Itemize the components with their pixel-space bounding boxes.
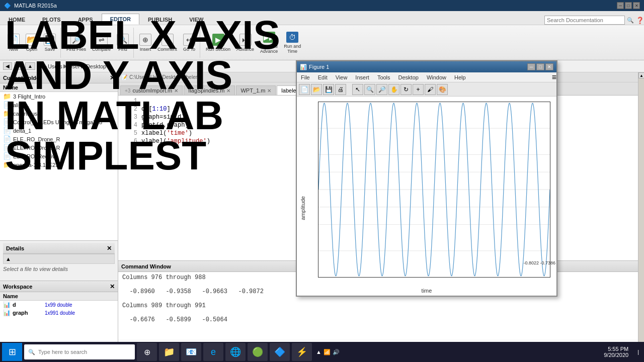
- addr-user[interactable]: User: [68, 63, 80, 69]
- taskbar-search-input[interactable]: [38, 349, 131, 355]
- taskbar-clock[interactable]: 5:55 PM 9/20/2020: [604, 346, 632, 358]
- figure-menu-help[interactable]: Help: [450, 73, 470, 81]
- tab-home[interactable]: HOME: [0, 14, 34, 25]
- save-button[interactable]: 💾 Save: [41, 30, 58, 55]
- advance-button[interactable]: ⏭ Advance: [234, 30, 257, 55]
- figure-menu-insert[interactable]: Insert: [351, 73, 373, 81]
- maximize-button[interactable]: □: [625, 2, 632, 9]
- file-list[interactable]: 📁 3 Flight_Intro 📄 ali_p... 📁 caranthus …: [0, 92, 118, 240]
- tab-apps[interactable]: APPS: [69, 14, 102, 25]
- comment-icon: %: [162, 34, 174, 46]
- close-tab-icon[interactable]: ✕: [226, 88, 230, 94]
- find-files-button[interactable]: 🔎 Find Files: [64, 30, 89, 55]
- back-button[interactable]: ◀: [3, 62, 12, 70]
- figure-menu-desktop[interactable]: Desktop: [394, 73, 423, 81]
- list-item[interactable]: 📄 delta_1: [0, 126, 118, 135]
- figure-menu-window[interactable]: Window: [423, 73, 450, 81]
- list-item[interactable]: 📁 caranthus: [0, 109, 118, 118]
- fig-data-cursor-btn[interactable]: +: [413, 84, 424, 95]
- show-desktop-button[interactable]: |: [634, 349, 642, 355]
- figure-minimize-button[interactable]: ─: [527, 63, 535, 70]
- figure-maximize-button[interactable]: □: [536, 63, 544, 70]
- fig-cursor-btn[interactable]: ↖: [352, 84, 363, 95]
- compare-button[interactable]: ⇌ Compare: [90, 30, 113, 55]
- list-item[interactable]: 📄 ELE..RO_Drone_R: [0, 135, 118, 143]
- fig-save-btn[interactable]: 💾: [323, 84, 334, 95]
- toolbar-group-edit: ⊕ Insert % Comment ↵ Go To: [135, 28, 200, 58]
- find-button[interactable]: 🔍 Find: [114, 30, 131, 55]
- tab-view[interactable]: VIEW: [181, 14, 212, 25]
- taskbar-app-chrome[interactable]: 🌐: [225, 343, 246, 361]
- taskbar-app-explorer[interactable]: 📁: [159, 343, 179, 361]
- close-button[interactable]: ✕: [633, 2, 640, 9]
- up-button[interactable]: ▲: [25, 62, 35, 70]
- search-icon[interactable]: 🔍: [627, 17, 634, 24]
- tab-publish[interactable]: PUBLISH: [139, 14, 181, 25]
- tray-expand[interactable]: ▲: [316, 349, 321, 355]
- help-icon[interactable]: ❓: [636, 17, 644, 24]
- fig-new-btn[interactable]: 📄: [299, 84, 310, 95]
- taskbar-app-edge[interactable]: e: [203, 343, 223, 361]
- taskbar-app-matlab[interactable]: 🔷: [270, 343, 290, 361]
- minimize-button[interactable]: ─: [617, 2, 624, 9]
- addr-users[interactable]: Users: [48, 63, 62, 69]
- figure-menu-edit[interactable]: Edit: [314, 73, 332, 81]
- fig-colormap-btn[interactable]: 🎨: [437, 84, 448, 95]
- start-button[interactable]: ⊞: [2, 343, 22, 361]
- list-item[interactable]: 📄 ELE..RO_Drone_R: [0, 143, 118, 152]
- fig-rotate-btn[interactable]: ↻: [400, 84, 412, 95]
- taskbar-app-extra[interactable]: ⚡: [292, 343, 312, 361]
- addr-root[interactable]: ⊞: [37, 63, 42, 69]
- workspace-variable[interactable]: 📊 graph 1x991 double: [0, 309, 118, 317]
- taskbar-app-green[interactable]: 🟢: [248, 343, 268, 361]
- run-section-button[interactable]: ▶ Run Section: [203, 30, 233, 55]
- current-folder-close[interactable]: ✕: [110, 74, 115, 81]
- figure-close-button[interactable]: ✕: [545, 63, 553, 70]
- close-tab-icon[interactable]: ✕: [174, 88, 178, 94]
- file-name: ali_p...: [13, 102, 29, 108]
- go-to-icon: ↵: [183, 34, 195, 46]
- details-close[interactable]: ✕: [107, 245, 112, 252]
- editor-tab-custom[interactable]: +3 customImport.m ✕: [120, 85, 183, 95]
- list-item[interactable]: 📁 energia-1.8.10E23: [0, 160, 118, 169]
- fig-pan-btn[interactable]: ✋: [388, 84, 399, 95]
- comment-button[interactable]: % Comment: [155, 30, 180, 55]
- forward-button[interactable]: ▶: [14, 62, 23, 70]
- run-and-time-button[interactable]: ⏱ Run andTime: [281, 30, 303, 55]
- taskbar-app-cortana[interactable]: ⊕: [137, 343, 157, 361]
- fig-brush-btn[interactable]: 🖌: [425, 84, 436, 95]
- list-item[interactable]: 📄 Control_2_LEDs Using_ATmega328: [0, 118, 118, 126]
- editor-tab-wpt[interactable]: WPT_1.m ✕: [236, 85, 276, 95]
- scroll-right-btn[interactable]: ▲: [638, 72, 644, 78]
- file-icon: 📄: [3, 144, 11, 151]
- insert-button[interactable]: ⊕ Insert: [137, 30, 154, 55]
- list-item[interactable]: 📄 ELE..RO_Receive: [0, 152, 118, 160]
- figure-title-left: 📊 Figure 1: [300, 64, 329, 70]
- tab-editor[interactable]: EDITOR: [102, 14, 139, 25]
- open-button[interactable]: 📂 Open: [23, 30, 40, 55]
- go-to-button[interactable]: ↵ Go To: [181, 30, 198, 55]
- run-and-advance-button[interactable]: ▶▶ Run andAdvance: [258, 30, 280, 55]
- addr-desktop[interactable]: Desktop: [86, 63, 106, 69]
- figure-menu-view[interactable]: View: [332, 73, 352, 81]
- workspace-close[interactable]: ✕: [110, 283, 115, 290]
- fig-zoom-in-btn[interactable]: 🔍: [364, 84, 375, 95]
- taskbar-app-mail[interactable]: 📧: [181, 343, 201, 361]
- fig-open-btn[interactable]: 📂: [311, 84, 322, 95]
- figure-menu-file[interactable]: File: [297, 73, 314, 81]
- close-tab-icon[interactable]: ✕: [267, 88, 271, 94]
- list-item[interactable]: 📁 3 Flight_Intro: [0, 92, 118, 101]
- figure-menu-expand[interactable]: ≡: [552, 73, 556, 82]
- fig-print-btn[interactable]: 🖨: [335, 84, 346, 95]
- list-item[interactable]: 📄 ali_p...: [0, 101, 118, 109]
- fig-zoom-out-btn[interactable]: 🔎: [376, 84, 387, 95]
- search-documentation-input[interactable]: [544, 16, 625, 25]
- taskbar-search-area[interactable]: 🔍: [24, 344, 135, 359]
- workspace-variable[interactable]: 📊 d 1x99 double: [0, 301, 118, 309]
- scroll-up-icon[interactable]: ▲: [6, 256, 11, 262]
- editor-tab-flag[interactable]: flagSpindles.m ✕: [184, 85, 235, 95]
- new-button[interactable]: 📄 New: [5, 30, 22, 55]
- details-scroll[interactable]: ▲: [3, 254, 115, 264]
- figure-menu-tools[interactable]: Tools: [373, 73, 394, 81]
- tab-plots[interactable]: PLOTS: [34, 14, 69, 25]
